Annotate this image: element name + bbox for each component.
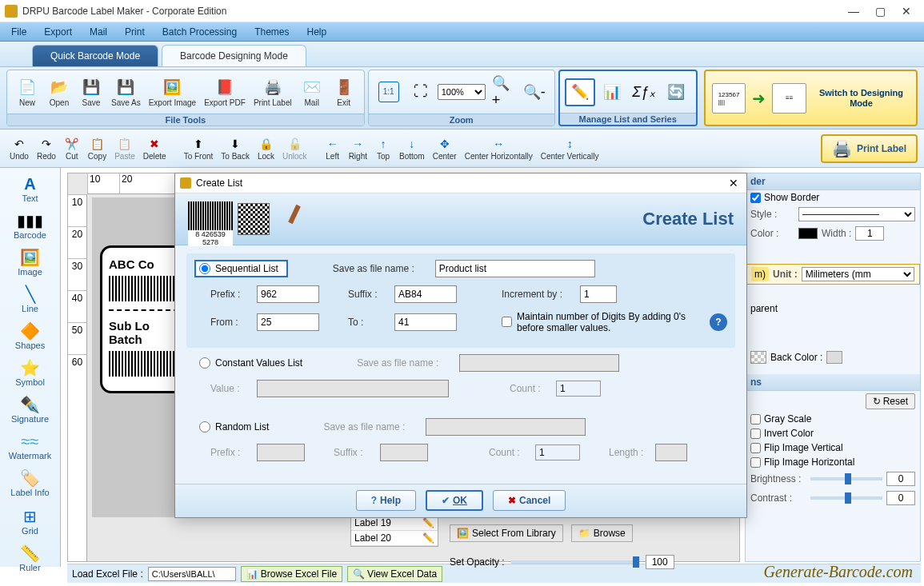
flip-horizontal-check[interactable]	[750, 457, 761, 468]
unit-select[interactable]: Milimeters (mm	[802, 267, 914, 281]
mail-button[interactable]: ✉️Mail	[297, 75, 327, 109]
tool-barcode[interactable]: ▮▮▮Barcode	[0, 208, 60, 243]
close-button[interactable]: ✕	[902, 5, 911, 18]
center-horizontal-button[interactable]: ↔Center Horizontally	[462, 134, 536, 162]
manage-formula-button[interactable]: Σƒₓ	[629, 80, 659, 105]
pencil-icon[interactable]: ✏️	[422, 532, 434, 544]
show-border-check[interactable]	[750, 193, 761, 203]
browse-button[interactable]: 📁Browse	[571, 524, 633, 542]
brightness-slider[interactable]	[810, 477, 882, 480]
manage-edit-button[interactable]: ✏️	[565, 78, 595, 106]
maintain-digits-check[interactable]	[502, 317, 512, 327]
undo-button[interactable]: ↶Undo	[6, 134, 32, 162]
menu-mail[interactable]: Mail	[82, 25, 115, 39]
zoom-out-button[interactable]: 🔍-	[519, 80, 550, 105]
border-width-input[interactable]	[855, 226, 884, 241]
tool-image[interactable]: 🖼️Image	[0, 245, 60, 280]
menu-export[interactable]: Export	[36, 25, 80, 39]
border-color-picker[interactable]	[798, 228, 818, 239]
align-right-button[interactable]: →Right	[346, 134, 370, 162]
to-front-button[interactable]: ⬆To Front	[181, 134, 217, 162]
invert-color-check[interactable]	[750, 429, 761, 439]
save-as-input[interactable]	[435, 260, 595, 277]
dialog-close-button[interactable]: ✕	[726, 177, 742, 189]
gray-scale-check[interactable]	[750, 414, 761, 425]
delete-button[interactable]: ✖Delete	[140, 134, 170, 162]
zoom-extents-button[interactable]: ⛶	[406, 80, 436, 105]
maximize-button[interactable]: ▢	[875, 5, 886, 18]
align-top-button[interactable]: ↑Top	[372, 134, 394, 162]
menu-print[interactable]: Print	[117, 25, 153, 39]
sequential-radio[interactable]: Sequential List	[194, 260, 288, 277]
browse-excel-button[interactable]: 📊Browse Excel File	[241, 566, 342, 582]
brightness-value[interactable]	[886, 472, 915, 486]
back-color-picker[interactable]	[826, 351, 842, 364]
lock-button[interactable]: 🔒Lock	[254, 134, 278, 162]
zoom-in-button[interactable]: 🔍+	[487, 80, 518, 105]
tool-text[interactable]: AText	[0, 171, 60, 206]
align-left-button[interactable]: ←Left	[322, 134, 344, 162]
to-back-button[interactable]: ⬇To Back	[218, 134, 253, 162]
copy-button[interactable]: 📋Copy	[85, 134, 110, 162]
paste-button[interactable]: 📋Paste	[111, 134, 138, 162]
help-icon-button[interactable]: ?	[710, 313, 727, 331]
back-color-swatch[interactable]	[750, 351, 766, 364]
opacity-value[interactable]	[646, 555, 674, 569]
flip-vertical-check[interactable]	[750, 443, 761, 453]
tab-barcode-designing[interactable]: Barcode Designing Mode	[162, 45, 306, 66]
exit-button[interactable]: 🚪Exit	[329, 75, 359, 109]
zoom-select[interactable]: 100%	[438, 84, 486, 100]
redo-button[interactable]: ↷Redo	[34, 134, 59, 162]
menu-themes[interactable]: Themes	[246, 25, 297, 39]
tool-shapes[interactable]: 🔶Shapes	[0, 318, 60, 353]
tool-ruler[interactable]: 📏Ruler	[0, 540, 60, 576]
cut-button[interactable]: ✂️Cut	[61, 134, 83, 162]
excel-path-input[interactable]	[148, 567, 236, 581]
switch-mode-button[interactable]: 123567|||| ➜ ≡≡ Switch to Designing Mode	[704, 70, 918, 126]
print-label-button[interactable]: 🖨️Print Label	[250, 75, 295, 109]
menu-file[interactable]: File	[3, 25, 34, 39]
increment-input[interactable]	[580, 285, 617, 303]
prefix-input[interactable]	[257, 285, 319, 303]
menu-help[interactable]: Help	[298, 25, 334, 39]
tool-grid[interactable]: ⊞Grid	[0, 504, 60, 539]
minimize-button[interactable]: —	[848, 5, 859, 18]
from-input[interactable]	[257, 313, 319, 331]
reset-button[interactable]: ↻Reset	[866, 393, 915, 409]
export-image-button[interactable]: 🖼️Export Image	[146, 75, 199, 109]
export-pdf-button[interactable]: 📕Export PDF	[201, 75, 249, 109]
contrast-value[interactable]	[886, 491, 915, 505]
border-style-select[interactable]: ————————	[798, 207, 915, 221]
tool-signature[interactable]: ✒️Signature	[0, 392, 60, 427]
new-button[interactable]: 📄New	[12, 75, 42, 109]
align-bottom-button[interactable]: ↓Bottom	[396, 134, 428, 162]
save-as-button[interactable]: 💾Save As	[108, 75, 144, 109]
select-from-library-button[interactable]: 🖼️Select From Library	[450, 524, 563, 542]
contrast-slider[interactable]	[810, 496, 882, 500]
menu-batch[interactable]: Batch Processing	[154, 25, 245, 39]
align-center-button[interactable]: ✥Center	[430, 134, 460, 162]
random-radio[interactable]: Random List	[194, 418, 278, 436]
tool-line[interactable]: ╲Line	[0, 281, 60, 317]
save-button[interactable]: 💾Save	[76, 75, 106, 109]
view-excel-button[interactable]: 🔍View Excel Data	[347, 566, 442, 582]
center-vertical-button[interactable]: ↕Center Vertically	[538, 134, 602, 162]
tool-watermark[interactable]: ≈≈Watermark	[0, 429, 60, 464]
suffix-input[interactable]	[394, 285, 457, 303]
unlock-button[interactable]: 🔓Unlock	[279, 134, 310, 162]
to-input[interactable]	[394, 313, 457, 331]
opacity-slider[interactable]	[511, 560, 639, 564]
zoom-fit-button[interactable]: 1:1	[374, 80, 404, 105]
cancel-button[interactable]: ✖Cancel	[493, 490, 566, 511]
print-label-toolbar-button[interactable]: 🖨️ Print Label	[821, 134, 918, 163]
manage-refresh-button[interactable]: 🔄	[661, 80, 691, 105]
label-list[interactable]: Label 19✏️ Label 20✏️	[350, 515, 438, 547]
tool-label-info[interactable]: 🏷️Label Info	[0, 465, 60, 500]
open-button[interactable]: 📂Open	[44, 75, 74, 109]
ok-button[interactable]: ✔OK	[426, 490, 483, 511]
tab-quick-barcode[interactable]: Quick Barcode Mode	[32, 45, 158, 66]
constant-radio[interactable]: Constant Values List	[194, 354, 312, 372]
pencil-icon[interactable]: ✏️	[422, 517, 434, 528]
manage-excel-button[interactable]: 📊	[597, 80, 627, 105]
help-button[interactable]: ?Help	[356, 490, 416, 511]
